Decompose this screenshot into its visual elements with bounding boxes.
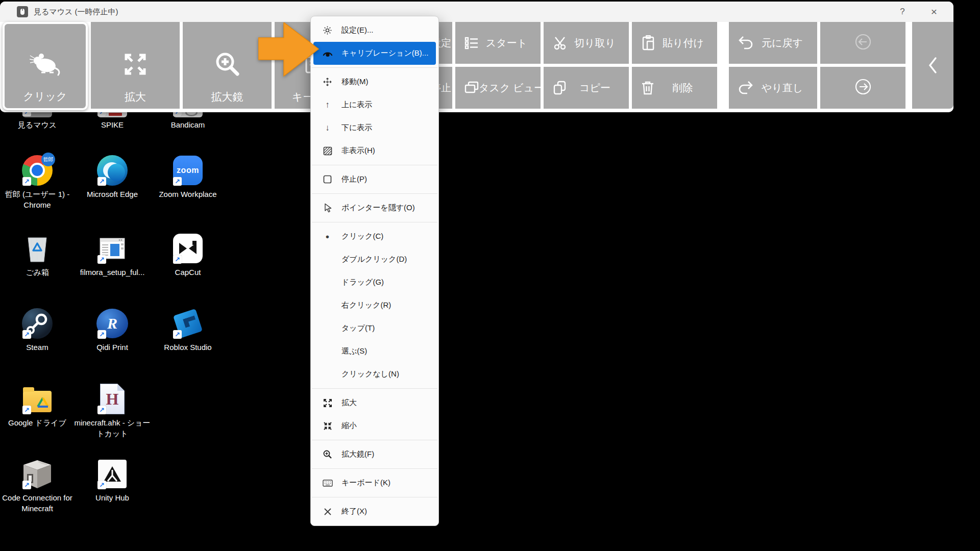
- up-arrow-icon: ↑: [313, 100, 341, 110]
- recycle-bin-icon: [21, 232, 54, 265]
- copy-button[interactable]: コピー: [544, 67, 629, 109]
- magnifier-plus-icon: [313, 449, 341, 459]
- menu-item-tap[interactable]: タップ(T): [313, 317, 436, 340]
- task-view-icon: [464, 81, 479, 94]
- desktop-icon-zoom[interactable]: zoom ↗ Zoom Workplace: [150, 154, 226, 199]
- code-connection-cube-icon: ↗: [21, 458, 54, 490]
- menu-separator: [312, 193, 437, 194]
- desktop-icon-label: 見るマウス: [18, 119, 57, 130]
- menu-item-select[interactable]: 選ぶ(S): [313, 340, 436, 363]
- expand-arrows-icon: [121, 50, 150, 81]
- zoom-in-mode-button[interactable]: 拡大: [91, 22, 180, 109]
- menu-item-show-above[interactable]: ↑ 上に表示: [313, 93, 436, 116]
- menu-item-hide[interactable]: 非表示(H): [313, 139, 436, 162]
- desktop-icon-edge[interactable]: ↗ Microsoft Edge: [74, 154, 151, 199]
- task-view-button[interactable]: タスク ビュー: [455, 67, 541, 109]
- menu-item-double-click[interactable]: ダブルクリック(D): [313, 248, 436, 271]
- undo-button[interactable]: 元に戻す: [729, 22, 817, 64]
- redo-button[interactable]: やり直し: [729, 67, 817, 109]
- desktop-icon-label: Bandicam: [171, 119, 205, 130]
- desktop-icon-chrome-profile[interactable]: 哲郎 ↗ 哲郎 (ユーザー 1) - Chrome: [0, 154, 76, 210]
- menu-item-drag[interactable]: ドラッグ(G): [313, 271, 436, 294]
- circle-arrow-right-icon: [854, 78, 872, 97]
- desktop-icon-label: ごみ箱: [26, 267, 49, 278]
- menu-item-zoom-out[interactable]: 縮小: [313, 414, 436, 437]
- scissors-icon: [553, 36, 567, 50]
- menu-separator: [312, 497, 437, 497]
- start-button[interactable]: スタート: [455, 22, 541, 64]
- help-button[interactable]: ?: [891, 2, 914, 22]
- hatched-square-icon: [313, 146, 341, 156]
- cut-button[interactable]: 切り取り: [544, 22, 629, 64]
- shortcut-arrow-icon: ↗: [97, 406, 106, 414]
- menu-item-keyboard[interactable]: キーボード(K): [313, 471, 436, 494]
- unity-hub-icon: ↗: [96, 458, 129, 490]
- desktop-icon-minecraft-ahk[interactable]: H ↗ minecraft.ahk - ショートカット: [74, 383, 151, 439]
- shortcut-arrow-icon: ↗: [22, 406, 31, 414]
- menu-item-calibration[interactable]: キャリブレーション(B)...: [313, 42, 436, 65]
- desktop-icon-unity-hub[interactable]: ↗ Unity Hub: [74, 458, 151, 503]
- desktop-icon-google-drive[interactable]: ↗ Google ドライブ: [0, 383, 76, 428]
- redo-arrow-icon: [738, 81, 753, 95]
- chrome-icon: 哲郎 ↗: [21, 154, 54, 187]
- menu-item-zoom-in[interactable]: 拡大: [313, 391, 436, 414]
- desktop-icon-label: CapCut: [175, 267, 201, 278]
- edge-icon: ↗: [96, 154, 129, 187]
- menu-separator: [312, 440, 437, 440]
- cursor-icon: [313, 203, 341, 213]
- menu-item-hide-pointer[interactable]: ポインターを隠す(O): [313, 196, 436, 219]
- desktop-icon-capcut[interactable]: ↗ CapCut: [150, 232, 226, 278]
- orange-pointer-arrow: [258, 22, 319, 77]
- menu-separator: [312, 67, 437, 68]
- title-bar[interactable]: 見るマウス (一時停止中) ? ×: [0, 2, 953, 22]
- down-arrow-icon: ↓: [313, 123, 341, 133]
- steam-icon: ↗: [21, 307, 54, 340]
- menu-item-settings[interactable]: 設定(E)...: [313, 19, 436, 42]
- desktop-icon-label: Unity Hub: [95, 492, 129, 503]
- desktop-icon-recycle-bin[interactable]: ごみ箱: [0, 232, 76, 278]
- menu-item-right-click[interactable]: 右クリック(R): [313, 294, 436, 317]
- context-menu: 設定(E)... キャリブレーション(B)... 移動(M) ↑ 上に表示: [310, 16, 439, 526]
- undo-arrow-icon: [738, 36, 753, 50]
- menu-item-magnifier[interactable]: 拡大鏡(F): [313, 443, 436, 466]
- page-forward-button[interactable]: [820, 67, 905, 109]
- desktop-icon-steam[interactable]: ↗ Steam: [0, 307, 76, 353]
- desktop-icon-roblox-studio[interactable]: ↗ Roblox Studio: [150, 307, 226, 353]
- shortcut-arrow-icon: ↗: [97, 481, 106, 489]
- menu-item-no-click[interactable]: クリックなし(N): [313, 363, 436, 386]
- page-back-button[interactable]: [820, 22, 905, 64]
- paste-button[interactable]: 貼り付け: [632, 22, 717, 64]
- shortcut-arrow-icon: ↗: [97, 255, 106, 264]
- menu-item-move[interactable]: 移動(M): [313, 70, 436, 93]
- desktop-icon-label: Steam: [26, 342, 48, 353]
- desktop-icon-code-connection[interactable]: ↗ Code Connection for Minecraft: [0, 458, 76, 514]
- copy-icon: [553, 81, 567, 95]
- desktop-icon-label: filmora_setup_ful...: [80, 267, 145, 278]
- trash-icon: [641, 81, 654, 95]
- clipboard-icon: [641, 35, 655, 51]
- close-button[interactable]: ×: [923, 2, 945, 22]
- google-drive-folder-icon: ↗: [21, 383, 54, 415]
- desktop-icon-qidi-print[interactable]: R ↗ Qidi Print: [74, 307, 151, 353]
- desktop-icon-filmora-setup[interactable]: ↗ filmora_setup_ful...: [74, 232, 151, 278]
- desktop-icon-label: Roblox Studio: [164, 342, 211, 353]
- menu-item-stop[interactable]: 停止(P): [313, 168, 436, 191]
- expand-arrows-icon: [313, 398, 341, 408]
- circle-arrow-left-icon: [854, 33, 872, 53]
- desktop-icon-label: Qidi Print: [96, 342, 128, 353]
- click-mode-button[interactable]: クリック: [3, 22, 88, 110]
- desktop-icon-label: SPIKE: [101, 119, 124, 130]
- collapse-toolbar-button[interactable]: [912, 22, 953, 109]
- stop-square-icon: [313, 175, 341, 184]
- menu-item-show-below[interactable]: ↓ 下に表示: [313, 116, 436, 139]
- delete-button[interactable]: 削除: [632, 67, 717, 109]
- roblox-studio-icon: ↗: [172, 307, 204, 340]
- shortcut-arrow-icon: ↗: [22, 330, 31, 339]
- shortcut-arrow-icon: ↗: [22, 481, 31, 489]
- profile-badge: 哲郎: [41, 153, 55, 166]
- start-list-icon: [464, 36, 479, 49]
- menu-item-click[interactable]: ● クリック(C): [313, 225, 436, 248]
- shortcut-arrow-icon: ↗: [173, 177, 182, 186]
- menu-item-exit[interactable]: 終了(X): [313, 500, 436, 523]
- shortcut-arrow-icon: ↗: [173, 255, 182, 264]
